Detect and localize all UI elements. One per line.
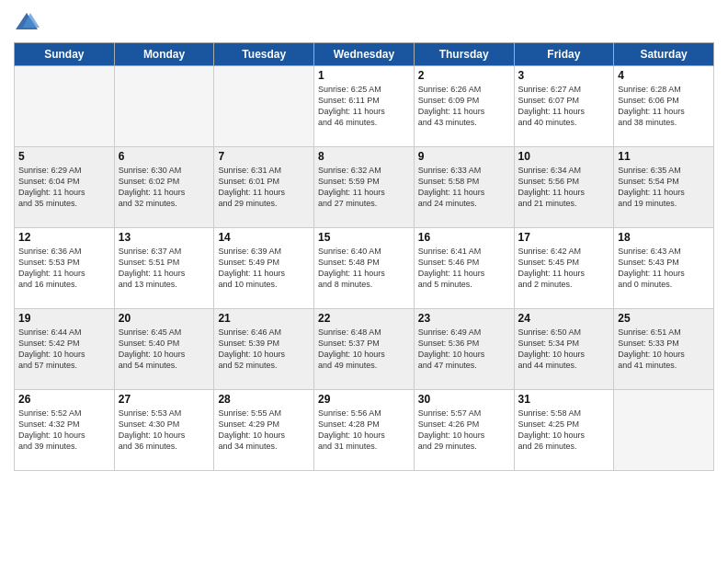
day-number: 30 xyxy=(418,393,510,406)
day-number: 7 xyxy=(218,150,310,163)
day-number: 4 xyxy=(618,69,710,82)
calendar: SundayMondayTuesdayWednesdayThursdayFrid… xyxy=(14,42,714,471)
calendar-cell: 13Sunrise: 6:37 AM Sunset: 5:51 PM Dayli… xyxy=(114,228,214,309)
calendar-cell: 22Sunrise: 6:48 AM Sunset: 5:37 PM Dayli… xyxy=(314,309,415,390)
day-number: 16 xyxy=(418,231,510,244)
day-number: 23 xyxy=(418,312,510,325)
day-info: Sunrise: 6:34 AM Sunset: 5:56 PM Dayligh… xyxy=(518,165,610,210)
calendar-cell: 24Sunrise: 6:50 AM Sunset: 5:34 PM Dayli… xyxy=(514,309,614,390)
calendar-week-2: 5Sunrise: 6:29 AM Sunset: 6:04 PM Daylig… xyxy=(15,147,714,228)
calendar-week-3: 12Sunrise: 6:36 AM Sunset: 5:53 PM Dayli… xyxy=(15,228,714,309)
day-info: Sunrise: 6:39 AM Sunset: 5:49 PM Dayligh… xyxy=(218,246,310,291)
day-number: 20 xyxy=(119,312,210,325)
day-number: 11 xyxy=(618,150,710,163)
day-number: 27 xyxy=(119,393,210,406)
header xyxy=(14,9,714,35)
logo-icon xyxy=(14,9,40,35)
weekday-header-tuesday: Tuesday xyxy=(214,43,314,66)
day-info: Sunrise: 5:52 AM Sunset: 4:32 PM Dayligh… xyxy=(18,408,110,453)
day-info: Sunrise: 6:43 AM Sunset: 5:43 PM Dayligh… xyxy=(618,246,710,291)
calendar-body: 1Sunrise: 6:25 AM Sunset: 6:11 PM Daylig… xyxy=(15,66,714,471)
day-number: 15 xyxy=(318,231,410,244)
calendar-cell: 26Sunrise: 5:52 AM Sunset: 4:32 PM Dayli… xyxy=(15,390,115,471)
day-info: Sunrise: 6:36 AM Sunset: 5:53 PM Dayligh… xyxy=(18,246,110,291)
day-info: Sunrise: 6:27 AM Sunset: 6:07 PM Dayligh… xyxy=(518,84,610,129)
calendar-cell xyxy=(214,66,314,147)
day-info: Sunrise: 5:53 AM Sunset: 4:30 PM Dayligh… xyxy=(119,408,210,453)
day-info: Sunrise: 6:42 AM Sunset: 5:45 PM Dayligh… xyxy=(518,246,610,291)
page: SundayMondayTuesdayWednesdayThursdayFrid… xyxy=(0,0,728,563)
calendar-cell: 1Sunrise: 6:25 AM Sunset: 6:11 PM Daylig… xyxy=(314,66,415,147)
day-number: 12 xyxy=(18,231,110,244)
day-info: Sunrise: 6:35 AM Sunset: 5:54 PM Dayligh… xyxy=(618,165,710,210)
day-info: Sunrise: 5:58 AM Sunset: 4:25 PM Dayligh… xyxy=(518,408,610,453)
weekday-header-wednesday: Wednesday xyxy=(314,43,415,66)
day-number: 18 xyxy=(618,231,710,244)
calendar-cell: 29Sunrise: 5:56 AM Sunset: 4:28 PM Dayli… xyxy=(314,390,415,471)
day-info: Sunrise: 6:45 AM Sunset: 5:40 PM Dayligh… xyxy=(119,327,210,372)
calendar-cell: 7Sunrise: 6:31 AM Sunset: 6:01 PM Daylig… xyxy=(214,147,314,228)
calendar-cell: 4Sunrise: 6:28 AM Sunset: 6:06 PM Daylig… xyxy=(614,66,714,147)
day-info: Sunrise: 6:31 AM Sunset: 6:01 PM Dayligh… xyxy=(218,165,310,210)
day-info: Sunrise: 6:51 AM Sunset: 5:33 PM Dayligh… xyxy=(618,327,710,372)
day-number: 8 xyxy=(318,150,410,163)
calendar-week-1: 1Sunrise: 6:25 AM Sunset: 6:11 PM Daylig… xyxy=(15,66,714,147)
day-number: 6 xyxy=(119,150,210,163)
day-number: 13 xyxy=(119,231,210,244)
day-info: Sunrise: 6:44 AM Sunset: 5:42 PM Dayligh… xyxy=(18,327,110,372)
calendar-cell: 19Sunrise: 6:44 AM Sunset: 5:42 PM Dayli… xyxy=(15,309,115,390)
calendar-cell: 20Sunrise: 6:45 AM Sunset: 5:40 PM Dayli… xyxy=(114,309,214,390)
calendar-cell: 2Sunrise: 6:26 AM Sunset: 6:09 PM Daylig… xyxy=(414,66,514,147)
day-number: 5 xyxy=(18,150,110,163)
day-info: Sunrise: 6:46 AM Sunset: 5:39 PM Dayligh… xyxy=(218,327,310,372)
day-number: 22 xyxy=(318,312,410,325)
calendar-cell: 23Sunrise: 6:49 AM Sunset: 5:36 PM Dayli… xyxy=(414,309,514,390)
day-number: 19 xyxy=(18,312,110,325)
day-info: Sunrise: 5:57 AM Sunset: 4:26 PM Dayligh… xyxy=(418,408,510,453)
day-number: 17 xyxy=(518,231,610,244)
day-number: 28 xyxy=(218,393,310,406)
day-number: 24 xyxy=(518,312,610,325)
logo xyxy=(14,9,43,35)
day-info: Sunrise: 6:49 AM Sunset: 5:36 PM Dayligh… xyxy=(418,327,510,372)
day-info: Sunrise: 5:55 AM Sunset: 4:29 PM Dayligh… xyxy=(218,408,310,453)
calendar-cell: 9Sunrise: 6:33 AM Sunset: 5:58 PM Daylig… xyxy=(414,147,514,228)
calendar-cell: 31Sunrise: 5:58 AM Sunset: 4:25 PM Dayli… xyxy=(514,390,614,471)
day-number: 3 xyxy=(518,69,610,82)
calendar-cell xyxy=(114,66,214,147)
day-number: 25 xyxy=(618,312,710,325)
calendar-week-5: 26Sunrise: 5:52 AM Sunset: 4:32 PM Dayli… xyxy=(15,390,714,471)
weekday-header-saturday: Saturday xyxy=(614,43,714,66)
day-number: 31 xyxy=(518,393,610,406)
day-info: Sunrise: 6:28 AM Sunset: 6:06 PM Dayligh… xyxy=(618,84,710,129)
calendar-cell: 21Sunrise: 6:46 AM Sunset: 5:39 PM Dayli… xyxy=(214,309,314,390)
calendar-cell: 8Sunrise: 6:32 AM Sunset: 5:59 PM Daylig… xyxy=(314,147,415,228)
calendar-cell: 27Sunrise: 5:53 AM Sunset: 4:30 PM Dayli… xyxy=(114,390,214,471)
calendar-cell: 3Sunrise: 6:27 AM Sunset: 6:07 PM Daylig… xyxy=(514,66,614,147)
day-number: 26 xyxy=(18,393,110,406)
weekday-row: SundayMondayTuesdayWednesdayThursdayFrid… xyxy=(15,43,714,66)
day-info: Sunrise: 6:25 AM Sunset: 6:11 PM Dayligh… xyxy=(318,84,410,129)
day-info: Sunrise: 6:29 AM Sunset: 6:04 PM Dayligh… xyxy=(18,165,110,210)
calendar-cell: 28Sunrise: 5:55 AM Sunset: 4:29 PM Dayli… xyxy=(214,390,314,471)
calendar-cell: 30Sunrise: 5:57 AM Sunset: 4:26 PM Dayli… xyxy=(414,390,514,471)
day-info: Sunrise: 6:30 AM Sunset: 6:02 PM Dayligh… xyxy=(119,165,210,210)
calendar-cell: 14Sunrise: 6:39 AM Sunset: 5:49 PM Dayli… xyxy=(214,228,314,309)
weekday-header-thursday: Thursday xyxy=(414,43,514,66)
calendar-cell: 6Sunrise: 6:30 AM Sunset: 6:02 PM Daylig… xyxy=(114,147,214,228)
day-info: Sunrise: 5:56 AM Sunset: 4:28 PM Dayligh… xyxy=(318,408,410,453)
weekday-header-monday: Monday xyxy=(114,43,214,66)
day-info: Sunrise: 6:40 AM Sunset: 5:48 PM Dayligh… xyxy=(318,246,410,291)
day-info: Sunrise: 6:33 AM Sunset: 5:58 PM Dayligh… xyxy=(418,165,510,210)
calendar-cell: 15Sunrise: 6:40 AM Sunset: 5:48 PM Dayli… xyxy=(314,228,415,309)
calendar-cell: 17Sunrise: 6:42 AM Sunset: 5:45 PM Dayli… xyxy=(514,228,614,309)
day-number: 1 xyxy=(318,69,410,82)
day-info: Sunrise: 6:37 AM Sunset: 5:51 PM Dayligh… xyxy=(119,246,210,291)
calendar-cell: 12Sunrise: 6:36 AM Sunset: 5:53 PM Dayli… xyxy=(15,228,115,309)
calendar-cell: 25Sunrise: 6:51 AM Sunset: 5:33 PM Dayli… xyxy=(614,309,714,390)
weekday-header-friday: Friday xyxy=(514,43,614,66)
calendar-cell: 16Sunrise: 6:41 AM Sunset: 5:46 PM Dayli… xyxy=(414,228,514,309)
day-info: Sunrise: 6:26 AM Sunset: 6:09 PM Dayligh… xyxy=(418,84,510,129)
calendar-header: SundayMondayTuesdayWednesdayThursdayFrid… xyxy=(15,43,714,66)
calendar-cell: 5Sunrise: 6:29 AM Sunset: 6:04 PM Daylig… xyxy=(15,147,115,228)
